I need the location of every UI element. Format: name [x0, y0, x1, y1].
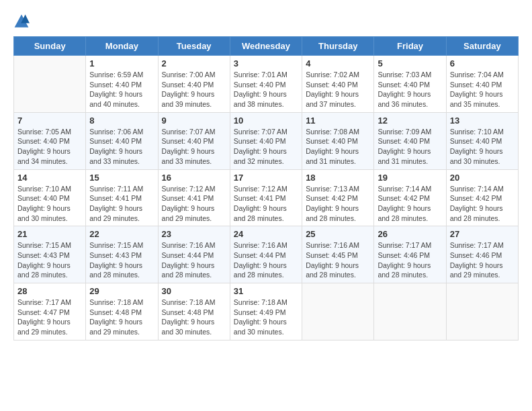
calendar-cell: 2Sunrise: 7:00 AM Sunset: 4:40 PM Daylig…: [158, 56, 230, 113]
day-number: 2: [162, 58, 226, 68]
day-info: Sunrise: 7:16 AM Sunset: 4:44 PM Dayligh…: [162, 240, 226, 280]
calendar-cell: 22Sunrise: 7:15 AM Sunset: 4:43 PM Dayli…: [86, 226, 158, 283]
day-info: Sunrise: 7:06 AM Sunset: 4:40 PM Dayligh…: [89, 127, 154, 167]
logo: [13, 13, 32, 30]
day-info: Sunrise: 6:59 AM Sunset: 4:40 PM Dayligh…: [89, 70, 154, 109]
calendar-cell: 3Sunrise: 7:01 AM Sunset: 4:40 PM Daylig…: [230, 56, 302, 113]
day-info: Sunrise: 7:14 AM Sunset: 4:42 PM Dayligh…: [378, 184, 442, 224]
day-info: Sunrise: 7:12 AM Sunset: 4:41 PM Dayligh…: [234, 184, 298, 224]
calendar-cell: [14, 56, 86, 113]
day-number: 9: [162, 116, 226, 126]
day-number: 23: [162, 229, 226, 239]
day-number: 1: [89, 58, 154, 68]
day-number: 20: [450, 173, 515, 183]
calendar-cell: 4Sunrise: 7:02 AM Sunset: 4:40 PM Daylig…: [302, 56, 374, 113]
day-info: Sunrise: 7:16 AM Sunset: 4:44 PM Dayligh…: [234, 240, 298, 280]
calendar-cell: [374, 283, 446, 340]
day-info: Sunrise: 7:00 AM Sunset: 4:40 PM Dayligh…: [162, 70, 226, 109]
calendar-header-tuesday: Tuesday: [158, 37, 230, 56]
logo-icon: [13, 13, 30, 30]
calendar-cell: 19Sunrise: 7:14 AM Sunset: 4:42 PM Dayli…: [374, 169, 446, 226]
calendar-cell: 6Sunrise: 7:04 AM Sunset: 4:40 PM Daylig…: [446, 56, 518, 113]
calendar-week-row-1: 1Sunrise: 6:59 AM Sunset: 4:40 PM Daylig…: [14, 56, 519, 113]
calendar-cell: 29Sunrise: 7:18 AM Sunset: 4:48 PM Dayli…: [86, 283, 158, 340]
calendar-table: SundayMondayTuesdayWednesdayThursdayFrid…: [13, 36, 519, 340]
day-number: 30: [162, 286, 226, 296]
day-info: Sunrise: 7:14 AM Sunset: 4:42 PM Dayligh…: [450, 184, 515, 224]
calendar-cell: 25Sunrise: 7:16 AM Sunset: 4:45 PM Dayli…: [302, 226, 374, 283]
day-info: Sunrise: 7:07 AM Sunset: 4:40 PM Dayligh…: [234, 127, 298, 167]
calendar-cell: 28Sunrise: 7:17 AM Sunset: 4:47 PM Dayli…: [14, 283, 86, 340]
day-number: 21: [17, 229, 82, 239]
day-number: 10: [234, 116, 298, 126]
calendar-cell: 23Sunrise: 7:16 AM Sunset: 4:44 PM Dayli…: [158, 226, 230, 283]
calendar-header-sunday: Sunday: [14, 37, 86, 56]
day-number: 5: [378, 58, 442, 68]
day-info: Sunrise: 7:15 AM Sunset: 4:43 PM Dayligh…: [17, 240, 82, 280]
day-info: Sunrise: 7:03 AM Sunset: 4:40 PM Dayligh…: [378, 70, 442, 109]
day-number: 7: [17, 116, 82, 126]
calendar-cell: 12Sunrise: 7:09 AM Sunset: 4:40 PM Dayli…: [374, 112, 446, 169]
calendar-week-row-2: 7Sunrise: 7:05 AM Sunset: 4:40 PM Daylig…: [14, 112, 519, 169]
day-number: 28: [17, 286, 82, 296]
calendar-header-thursday: Thursday: [302, 37, 374, 56]
calendar-cell: 11Sunrise: 7:08 AM Sunset: 4:40 PM Dayli…: [302, 112, 374, 169]
day-info: Sunrise: 7:10 AM Sunset: 4:40 PM Dayligh…: [17, 184, 82, 224]
calendar-cell: 27Sunrise: 7:17 AM Sunset: 4:46 PM Dayli…: [446, 226, 518, 283]
day-info: Sunrise: 7:09 AM Sunset: 4:40 PM Dayligh…: [378, 127, 442, 167]
calendar-cell: 8Sunrise: 7:06 AM Sunset: 4:40 PM Daylig…: [86, 112, 158, 169]
day-number: 11: [306, 116, 370, 126]
calendar-header-saturday: Saturday: [446, 37, 518, 56]
calendar-cell: 31Sunrise: 7:18 AM Sunset: 4:49 PM Dayli…: [230, 283, 302, 340]
calendar-header-monday: Monday: [86, 37, 158, 56]
day-info: Sunrise: 7:12 AM Sunset: 4:41 PM Dayligh…: [162, 184, 226, 224]
calendar-cell: 15Sunrise: 7:11 AM Sunset: 4:41 PM Dayli…: [86, 169, 158, 226]
calendar-cell: 16Sunrise: 7:12 AM Sunset: 4:41 PM Dayli…: [158, 169, 230, 226]
day-number: 22: [89, 229, 154, 239]
day-info: Sunrise: 7:08 AM Sunset: 4:40 PM Dayligh…: [306, 127, 370, 167]
calendar-cell: 20Sunrise: 7:14 AM Sunset: 4:42 PM Dayli…: [446, 169, 518, 226]
day-info: Sunrise: 7:15 AM Sunset: 4:43 PM Dayligh…: [89, 240, 154, 280]
day-info: Sunrise: 7:01 AM Sunset: 4:40 PM Dayligh…: [234, 70, 298, 109]
day-info: Sunrise: 7:17 AM Sunset: 4:46 PM Dayligh…: [450, 240, 515, 280]
day-number: 4: [306, 58, 370, 68]
calendar-cell: 14Sunrise: 7:10 AM Sunset: 4:40 PM Dayli…: [14, 169, 86, 226]
page-header: [13, 13, 519, 30]
calendar-cell: 21Sunrise: 7:15 AM Sunset: 4:43 PM Dayli…: [14, 226, 86, 283]
calendar-cell: 9Sunrise: 7:07 AM Sunset: 4:40 PM Daylig…: [158, 112, 230, 169]
day-info: Sunrise: 7:05 AM Sunset: 4:40 PM Dayligh…: [17, 127, 82, 167]
day-number: 14: [17, 173, 82, 183]
calendar-cell: 5Sunrise: 7:03 AM Sunset: 4:40 PM Daylig…: [374, 56, 446, 113]
day-number: 12: [378, 116, 442, 126]
day-number: 8: [89, 116, 154, 126]
day-number: 3: [234, 58, 298, 68]
day-info: Sunrise: 7:17 AM Sunset: 4:47 PM Dayligh…: [17, 298, 82, 337]
day-number: 26: [378, 229, 442, 239]
calendar-week-row-4: 21Sunrise: 7:15 AM Sunset: 4:43 PM Dayli…: [14, 226, 519, 283]
day-info: Sunrise: 7:17 AM Sunset: 4:46 PM Dayligh…: [378, 240, 442, 280]
day-info: Sunrise: 7:18 AM Sunset: 4:48 PM Dayligh…: [89, 298, 154, 337]
calendar-cell: [446, 283, 518, 340]
calendar-header-row: SundayMondayTuesdayWednesdayThursdayFrid…: [14, 37, 519, 56]
day-info: Sunrise: 7:18 AM Sunset: 4:48 PM Dayligh…: [162, 298, 226, 337]
calendar-cell: 10Sunrise: 7:07 AM Sunset: 4:40 PM Dayli…: [230, 112, 302, 169]
day-info: Sunrise: 7:07 AM Sunset: 4:40 PM Dayligh…: [162, 127, 226, 167]
day-number: 31: [234, 286, 298, 296]
calendar-cell: 30Sunrise: 7:18 AM Sunset: 4:48 PM Dayli…: [158, 283, 230, 340]
calendar-cell: 1Sunrise: 6:59 AM Sunset: 4:40 PM Daylig…: [86, 56, 158, 113]
calendar-cell: 18Sunrise: 7:13 AM Sunset: 4:42 PM Dayli…: [302, 169, 374, 226]
day-info: Sunrise: 7:10 AM Sunset: 4:40 PM Dayligh…: [450, 127, 515, 167]
day-number: 17: [234, 173, 298, 183]
calendar-cell: 17Sunrise: 7:12 AM Sunset: 4:41 PM Dayli…: [230, 169, 302, 226]
calendar-cell: [302, 283, 374, 340]
day-info: Sunrise: 7:16 AM Sunset: 4:45 PM Dayligh…: [306, 240, 370, 280]
day-number: 6: [450, 58, 515, 68]
day-number: 16: [162, 173, 226, 183]
calendar-cell: 26Sunrise: 7:17 AM Sunset: 4:46 PM Dayli…: [374, 226, 446, 283]
day-number: 25: [306, 229, 370, 239]
calendar-cell: 13Sunrise: 7:10 AM Sunset: 4:40 PM Dayli…: [446, 112, 518, 169]
calendar-header-wednesday: Wednesday: [230, 37, 302, 56]
day-number: 24: [234, 229, 298, 239]
calendar-week-row-3: 14Sunrise: 7:10 AM Sunset: 4:40 PM Dayli…: [14, 169, 519, 226]
day-info: Sunrise: 7:11 AM Sunset: 4:41 PM Dayligh…: [89, 184, 154, 224]
